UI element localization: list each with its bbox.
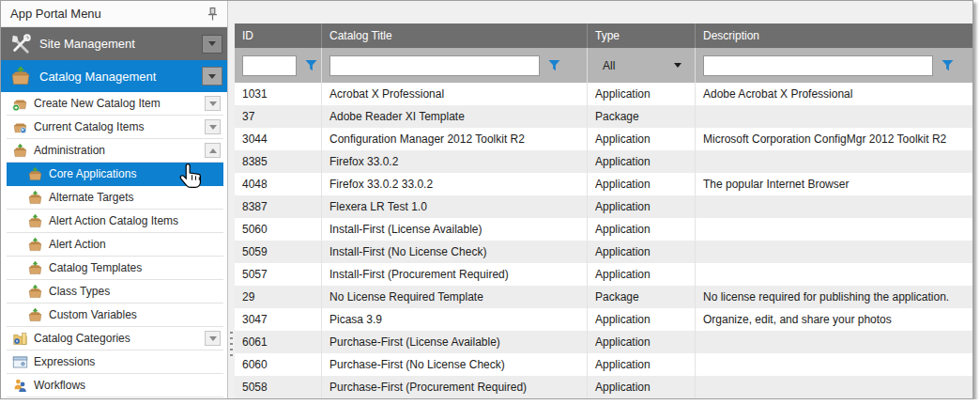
sidebar-item-create-new-catalog-item[interactable]: Create New Catalog Item xyxy=(7,92,223,116)
table-header-row: ID Catalog Title Type Description xyxy=(235,23,973,48)
cell-description xyxy=(695,353,973,376)
table-row[interactable]: 8385Firefox 33.0.2Application xyxy=(235,150,973,173)
sidebar-item-label: Catalog Categories xyxy=(34,332,130,345)
table-row[interactable]: 5058Purchase-First (Procurement Required… xyxy=(235,376,973,398)
cell-title: Configuration Manager 2012 Toolkit R2 xyxy=(321,128,587,150)
filter-funnel-icon[interactable] xyxy=(942,59,954,71)
cell-id: 3044 xyxy=(235,128,321,150)
cell-id: 8387 xyxy=(235,195,321,218)
table-row[interactable]: 8387Flexera LR Test 1.0Application xyxy=(235,195,973,218)
sidebar-section-label: Site Management xyxy=(39,37,202,51)
cell-title: Install-First (Procurement Required) xyxy=(321,263,587,286)
table-row[interactable]: 4048Firefox 33.0.2 33.0.2ApplicationThe … xyxy=(235,173,973,195)
table-row[interactable]: 5059Install-First (No License Check)Appl… xyxy=(235,241,973,263)
app-window: App Portal Menu Site Management xyxy=(0,0,973,399)
sidebar-item-label: Alternate Targets xyxy=(49,191,134,204)
catalog-box-icon xyxy=(27,284,43,300)
table-row[interactable]: 6061Purchase-First (License Available)Ap… xyxy=(235,331,973,353)
sidebar-item-core-applications[interactable]: Core Applications xyxy=(7,163,223,186)
catalog-search-icon xyxy=(12,119,28,135)
cell-description xyxy=(695,263,973,286)
filter-funnel-icon[interactable] xyxy=(548,59,560,71)
cell-description: Adobe Acrobat X Professional xyxy=(695,83,973,105)
cell-description xyxy=(695,241,973,263)
sidebar-item-current-catalog-items[interactable]: Current Catalog Items xyxy=(7,116,223,139)
cell-title: Purchase-First (Procurement Required) xyxy=(321,376,587,398)
cell-id: 5057 xyxy=(235,263,321,286)
cell-title: No License Required Template xyxy=(321,286,587,308)
table-body: 1031Acrobat X ProfessionalApplicationAdo… xyxy=(235,83,973,398)
sidebar-item-label: Alert Action Catalog Items xyxy=(49,214,178,227)
cell-id: 37 xyxy=(235,105,321,128)
id-filter-input[interactable] xyxy=(242,55,297,76)
chevron-down-button[interactable] xyxy=(202,67,222,86)
table-row[interactable]: 37Adobe Reader XI TemplatePackage xyxy=(235,105,973,128)
cell-type: Application xyxy=(587,218,695,241)
expand-button[interactable] xyxy=(205,119,221,134)
cell-type: Application xyxy=(587,376,695,398)
sidebar-item-workflows[interactable]: Workflows xyxy=(7,374,223,397)
catalog-box-icon xyxy=(27,190,43,206)
sidebar-section-catalog-management[interactable]: Catalog Management xyxy=(1,60,227,92)
folder-gear-icon xyxy=(12,331,28,347)
type-filter-select[interactable]: All xyxy=(595,59,695,72)
cell-title: Acrobat X Professional xyxy=(321,83,587,105)
table-row[interactable]: 1031Acrobat X ProfessionalApplicationAdo… xyxy=(235,83,973,105)
sidebar-item-expressions[interactable]: Expressions xyxy=(7,350,223,374)
cell-type: Application xyxy=(587,308,695,331)
title-filter-input[interactable] xyxy=(329,55,540,76)
collapse-button[interactable] xyxy=(205,143,221,158)
cell-description xyxy=(695,376,973,398)
sidebar-item-alert-action-catalog-items[interactable]: Alert Action Catalog Items xyxy=(7,210,223,233)
table-row[interactable]: 5060Install-First (License Available)App… xyxy=(235,218,973,241)
cell-id: 5059 xyxy=(235,241,321,263)
expand-button[interactable] xyxy=(205,331,221,346)
column-header-catalog-title[interactable]: Catalog Title xyxy=(321,23,587,48)
column-header-type[interactable]: Type xyxy=(587,23,695,48)
sidebar-item-label: Current Catalog Items xyxy=(34,120,144,133)
sidebar-item-label: Workflows xyxy=(34,379,85,392)
title-filter-cell xyxy=(321,48,587,83)
id-filter-cell xyxy=(235,48,321,83)
sidebar-item-administration[interactable]: Administration xyxy=(7,139,223,163)
cell-type: Package xyxy=(587,105,695,128)
description-filter-input[interactable] xyxy=(703,55,933,76)
expand-button[interactable] xyxy=(205,96,221,111)
sidebar-item-class-types[interactable]: Class Types xyxy=(7,280,223,304)
sidebar-item-alert-action[interactable]: Alert Action xyxy=(7,233,223,257)
cell-title: Flexera LR Test 1.0 xyxy=(321,195,587,218)
table-row[interactable]: 5057Install-First (Procurement Required)… xyxy=(235,263,973,286)
sidebar-section-site-management[interactable]: Site Management xyxy=(1,27,227,60)
cell-description xyxy=(695,218,973,241)
cell-title: Install-First (No License Check) xyxy=(321,241,587,263)
sidebar-item-catalog-templates[interactable]: Catalog Templates xyxy=(7,257,223,280)
sidebar-item-alternate-targets[interactable]: Alternate Targets xyxy=(7,186,223,210)
cell-description: Microsoft Corporation ConfigMgr 2012 Too… xyxy=(695,128,973,150)
cell-type: Package xyxy=(587,286,695,308)
cell-type: Application xyxy=(587,263,695,286)
sidebar-header: App Portal Menu xyxy=(1,1,227,27)
type-filter-cell: All xyxy=(587,48,695,83)
column-header-description[interactable]: Description xyxy=(695,23,973,48)
sidebar-item-label: Core Applications xyxy=(49,167,136,180)
table-filter-row: All xyxy=(235,48,973,83)
cell-type: Application xyxy=(587,150,695,173)
catalog-box-icon xyxy=(27,237,43,253)
cell-type: Application xyxy=(587,331,695,353)
sidebar-item-label: Expressions xyxy=(34,355,95,368)
cell-title: Install-First (License Available) xyxy=(321,218,587,241)
expression-window-icon xyxy=(12,354,28,370)
table-row[interactable]: 29No License Required TemplatePackageNo … xyxy=(235,286,973,308)
pin-icon[interactable] xyxy=(205,6,220,23)
column-header-id[interactable]: ID xyxy=(235,23,321,48)
table-row[interactable]: 3047Picasa 3.9ApplicationOrganize, edit,… xyxy=(235,308,973,331)
table-row[interactable]: 3044Configuration Manager 2012 Toolkit R… xyxy=(235,128,973,150)
table-row[interactable]: 6060Purchase-First (No License Check)App… xyxy=(235,353,973,376)
filter-funnel-icon[interactable] xyxy=(305,59,317,71)
sidebar: App Portal Menu Site Management xyxy=(1,1,228,398)
chevron-down-button[interactable] xyxy=(202,35,222,54)
sidebar-item-custom-variables[interactable]: Custom Variables xyxy=(7,304,223,327)
catalog-box-icon xyxy=(8,65,33,87)
cell-title: Picasa 3.9 xyxy=(321,308,587,331)
sidebar-item-catalog-categories[interactable]: Catalog Categories xyxy=(7,327,223,350)
